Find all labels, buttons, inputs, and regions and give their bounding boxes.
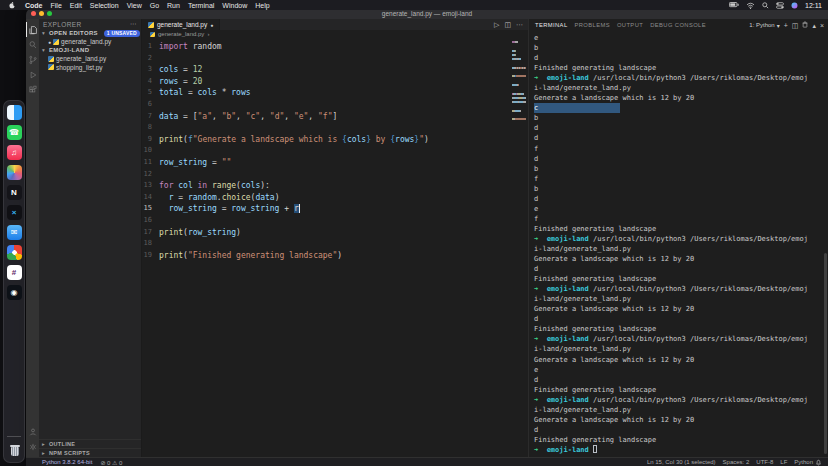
photos-icon[interactable] xyxy=(7,165,22,180)
panel-tabs: TERMINALPROBLEMSOUTPUTDEBUG CONSOLE xyxy=(535,22,706,28)
status-python-version[interactable]: Python 3.8.2 64-bit xyxy=(42,459,92,466)
search-sidebar-icon[interactable] xyxy=(26,37,39,52)
code-line: 14 r = random.choice(data) xyxy=(142,192,528,204)
panel-tab-terminal[interactable]: TERMINAL xyxy=(535,22,568,28)
finder-icon[interactable] xyxy=(7,105,22,120)
breadcrumb[interactable]: generate_land.py › xyxy=(142,30,528,38)
minimap[interactable] xyxy=(512,41,526,123)
panel-tab-problems[interactable]: PROBLEMS xyxy=(575,22,610,28)
wifi-icon[interactable] xyxy=(746,2,755,9)
settings-gear-icon[interactable] xyxy=(26,439,39,454)
status-eol[interactable]: LF xyxy=(780,459,787,465)
whatsapp-icon[interactable]: ☎ xyxy=(7,125,22,140)
terminal-line: b xyxy=(534,164,828,174)
file-item-generate-land[interactable]: generate_land.py xyxy=(39,55,141,64)
code-line: 1import random xyxy=(142,41,528,53)
npm-scripts-label: NPM SCRIPTS xyxy=(49,450,90,456)
panel-tab-output[interactable]: OUTPUT xyxy=(617,22,643,28)
open-editors-section-header[interactable]: ▾ OPEN EDITORS 1 UNSAVED xyxy=(39,29,141,38)
terminal-shell-select[interactable]: 1: Python ▾ xyxy=(749,22,779,29)
window-title: generate_land.py — emoji-land xyxy=(26,10,828,17)
maximize-panel-icon[interactable]: ▴ xyxy=(812,22,816,29)
menu-item-code[interactable]: Code xyxy=(25,2,43,9)
new-terminal-icon[interactable]: + xyxy=(784,22,788,29)
terminal-line: d xyxy=(534,425,828,435)
trash-icon[interactable] xyxy=(7,443,22,458)
menu-item-selection[interactable]: Selection xyxy=(90,2,119,9)
extensions-icon[interactable] xyxy=(26,82,39,97)
python-file-icon xyxy=(48,64,54,70)
notifications-bell-icon[interactable] xyxy=(813,459,828,466)
terminal-line: i-land/generate_land.py xyxy=(534,405,828,415)
notion-icon[interactable]: N xyxy=(7,185,22,200)
split-editor-icon[interactable]: ◫ xyxy=(504,21,511,29)
menu-item-terminal[interactable]: Terminal xyxy=(188,2,214,9)
menu-item-run[interactable]: Run xyxy=(167,2,180,9)
slack-icon[interactable]: # xyxy=(7,265,22,280)
explorer-icon[interactable] xyxy=(26,22,39,37)
editor-more-actions-icon[interactable]: ⋯ xyxy=(516,21,523,29)
terminal-line: Generate a landscape which is 12 by 20 xyxy=(534,355,828,365)
panel-header: TERMINALPROBLEMSOUTPUTDEBUG CONSOLE 1: P… xyxy=(529,19,828,31)
menu-bar-clock[interactable]: 12:11 xyxy=(805,2,822,9)
status-encoding[interactable]: UTF-8 xyxy=(756,459,773,465)
close-panel-icon[interactable]: × xyxy=(820,22,824,29)
status-problems[interactable]: ⊘ 0 ⚠ 0 xyxy=(100,459,122,466)
terminal-line: f xyxy=(534,144,828,154)
terminal-scrollbar[interactable] xyxy=(824,253,827,454)
account-icon[interactable] xyxy=(26,424,39,439)
npm-scripts-section-header[interactable]: ▸ NPM SCRIPTS xyxy=(39,448,141,457)
source-control-icon[interactable] xyxy=(26,52,39,67)
explorer-sidebar: EXPLORER ⋯ ▾ OPEN EDITORS 1 UNSAVED ● ge… xyxy=(39,19,142,457)
menu-item-file[interactable]: File xyxy=(51,2,62,9)
vscode-icon[interactable]: × xyxy=(7,205,22,220)
menu-item-edit[interactable]: Edit xyxy=(70,2,82,9)
github-icon[interactable]: ◉ xyxy=(7,285,22,300)
terminal-line: ➜ emoji-land /usr/local/bin/python3 /Use… xyxy=(534,284,828,294)
file-item-shopping-list[interactable]: shopping_list.py xyxy=(39,63,141,72)
apple-menu-icon[interactable] xyxy=(8,1,16,9)
terminal-line: c xyxy=(534,103,828,113)
dirty-indicator-icon: ● xyxy=(48,39,51,45)
panel-tab-debug-console[interactable]: DEBUG CONSOLE xyxy=(650,22,706,28)
run-debug-icon[interactable] xyxy=(26,67,39,82)
code-line: 16 xyxy=(142,215,528,227)
python-file-icon xyxy=(148,22,154,28)
code-editor[interactable]: 1import random23cols = 124rows = 205tota… xyxy=(142,38,528,457)
tab-generate-land[interactable]: generate_land.py ● xyxy=(142,19,220,30)
python-file-icon xyxy=(53,39,59,45)
siri-icon[interactable] xyxy=(791,2,798,9)
run-file-icon[interactable]: ▷ xyxy=(494,21,499,29)
terminal-line: b xyxy=(534,43,828,53)
battery-icon[interactable] xyxy=(729,2,739,8)
code-line: 3cols = 12 xyxy=(142,64,528,76)
control-center-icon[interactable] xyxy=(776,2,784,9)
terminal-line: d xyxy=(534,53,828,63)
chrome-icon[interactable] xyxy=(7,245,22,260)
music-icon[interactable]: ♫ xyxy=(7,145,22,160)
terminal-line: Finished generating landscape xyxy=(534,224,828,234)
kill-terminal-icon[interactable] xyxy=(802,21,808,29)
dirty-indicator-icon[interactable]: ● xyxy=(210,22,213,28)
code-line: 9print(f"Generate a landscape which is {… xyxy=(142,134,528,146)
open-editors-label: OPEN EDITORS xyxy=(49,30,98,36)
menu-item-window[interactable]: Window xyxy=(222,2,247,9)
explorer-more-actions-icon[interactable]: ⋯ xyxy=(130,20,137,28)
split-terminal-icon[interactable]: ◫ xyxy=(792,22,799,29)
terminal[interactable]: ebdFinished generating landscape➜ emoji-… xyxy=(529,31,828,457)
search-icon[interactable] xyxy=(762,2,769,9)
status-indentation[interactable]: Spaces: 2 xyxy=(723,459,750,465)
menu-item-view[interactable]: View xyxy=(127,2,142,9)
breadcrumb-file[interactable]: generate_land.py xyxy=(158,31,204,37)
open-editor-item[interactable]: ● generate_land.py xyxy=(39,38,141,47)
code-line: 18 xyxy=(142,238,528,250)
folder-section-header[interactable]: ▾ EMOJI-LAND xyxy=(39,46,141,55)
menu-item-go[interactable]: Go xyxy=(150,2,159,9)
mail-icon[interactable]: ✉ xyxy=(7,225,22,240)
status-cursor-position[interactable]: Ln 15, Col 30 (1 selected) xyxy=(647,459,716,465)
outline-section-header[interactable]: ▸ OUTLINE xyxy=(39,439,141,448)
menu-item-help[interactable]: Help xyxy=(255,2,269,9)
code-line: 19print("Finished generating landscape") xyxy=(142,250,528,262)
status-language[interactable]: Python xyxy=(794,459,813,465)
terminal-lines: ebdFinished generating landscape➜ emoji-… xyxy=(534,33,828,455)
